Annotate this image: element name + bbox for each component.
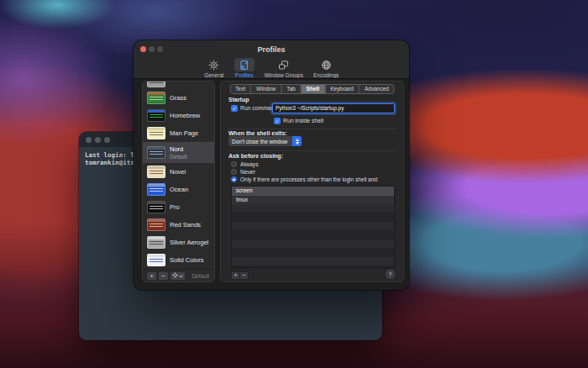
profile-thumbnail (147, 81, 165, 87)
toolbar-item-general[interactable]: General (204, 58, 224, 79)
profile-name: Red Sands (170, 221, 201, 229)
profile-row-grass[interactable]: Grass (143, 89, 214, 107)
dropdown-stepper-icon (292, 136, 302, 146)
profile-thumbnail (147, 201, 165, 213)
profiles-sidebar: Grass Homebrew Man Page Nord Default (142, 81, 215, 282)
profile-name: Homebrew (170, 112, 200, 119)
profile-row-homebrew[interactable]: Homebrew (143, 107, 214, 124)
toolbar-label: General (204, 72, 223, 78)
ask-before-closing-heading: Ask before closing: (228, 153, 283, 159)
profile-thumbnail (147, 166, 165, 178)
profile-row-red-sands[interactable]: Red Sands (143, 216, 214, 234)
globe-icon (320, 59, 333, 71)
profile-thumbnail (147, 92, 165, 104)
process-row-screen[interactable]: screen (232, 187, 394, 196)
tab-advanced[interactable]: Advanced (360, 85, 394, 93)
run-inside-shell-checkbox[interactable] (274, 118, 281, 124)
chevron-down-icon (179, 272, 183, 280)
toolbar-item-window-groups[interactable]: Window Groups (265, 58, 303, 79)
profile-row-pro[interactable]: Pro (143, 198, 214, 216)
zoom-button[interactable] (157, 46, 163, 52)
titlebar[interactable]: Profiles (134, 40, 409, 57)
tab-keyboard[interactable]: Keyboard (325, 85, 360, 93)
profile-thumbnail (147, 146, 165, 159)
window-groups-icon (277, 59, 290, 71)
shell-settings-panel: Text Window Tab Shell Keyboard Advanced … (220, 81, 404, 282)
desktop-wallpaper: Last login: Tutomrankin@itsw Profiles (0, 0, 588, 368)
remove-profile-button[interactable]: − (158, 271, 169, 281)
radio-only-if-processes-label: Only if there are processes other than t… (240, 176, 379, 182)
profile-thumbnail (147, 127, 165, 139)
shell-exits-heading: When the shell exits: (228, 130, 287, 136)
radio-never[interactable] (231, 169, 237, 175)
toolbar-item-profiles[interactable]: Profiles (234, 58, 255, 79)
gear-icon (207, 59, 220, 71)
process-list: screen tmux (231, 186, 395, 268)
profile-name: Man Page (170, 129, 198, 137)
default-badge: Default (170, 154, 187, 160)
tab-text[interactable]: Text (230, 85, 251, 93)
toolbar-label: Encodings (313, 72, 339, 78)
profile-name: Ocean (170, 186, 188, 193)
profile-name: Pro (170, 203, 180, 211)
profile-action-menu-button[interactable] (170, 271, 186, 281)
traffic-lights (140, 46, 163, 52)
close-button[interactable] (140, 46, 146, 52)
profile-name: Solid Colors (170, 256, 203, 264)
profile-thumbnail (147, 109, 165, 122)
profile-thumbnail (147, 218, 165, 231)
shell-exits-dropdown[interactable]: Don't close the window (228, 136, 302, 146)
profile-name: Silver Aerogel (170, 239, 208, 246)
profiles-icon (238, 59, 250, 71)
profile-name: Nord (170, 145, 187, 153)
radio-never-label: Never (240, 169, 255, 175)
help-button[interactable]: ? (386, 270, 395, 279)
toolbar-label: Profiles (235, 72, 254, 78)
startup-heading: Startup (228, 97, 249, 103)
remove-process-button[interactable]: − (239, 271, 249, 280)
preferences-content: Grass Homebrew Man Page Nord Default (134, 78, 409, 290)
run-inside-shell-label: Run inside shell (283, 118, 323, 124)
section-divider (228, 129, 396, 129)
run-command-input[interactable]: Python3 ~/Scripts/startup.py (272, 103, 395, 113)
add-profile-button[interactable]: + (146, 271, 157, 281)
profile-tab-bar: Text Window Tab Shell Keyboard Advanced (229, 84, 395, 94)
dropdown-selected-value: Don't close the window (228, 139, 292, 145)
gear-icon (172, 272, 178, 280)
profile-thumbnail (147, 254, 165, 266)
run-command-checkbox[interactable] (231, 105, 238, 112)
toolbar-label: Window Groups (265, 72, 303, 78)
profile-thumbnail (147, 183, 165, 196)
process-row-tmux[interactable]: tmux (232, 196, 394, 205)
profile-row-partial[interactable] (143, 81, 214, 89)
section-divider (228, 150, 396, 151)
profile-row-novel[interactable]: Novel (143, 163, 214, 181)
profile-row-solid-colors[interactable]: Solid Colors (143, 251, 214, 269)
profile-thumbnail (147, 236, 165, 249)
preferences-toolbar: General Profiles (134, 58, 409, 79)
terminal-zoom-button[interactable] (104, 137, 110, 143)
terminal-preferences-window: Profiles General (134, 40, 409, 290)
minimize-button[interactable] (149, 46, 155, 52)
toolbar-item-encodings[interactable]: Encodings (313, 58, 339, 79)
profile-row-silver-aerogel[interactable]: Silver Aerogel (143, 234, 214, 251)
radio-only-if-processes[interactable] (231, 176, 237, 182)
radio-always[interactable] (231, 161, 237, 167)
sidebar-footer: + − Default (143, 269, 214, 281)
profile-name: Novel (170, 168, 186, 176)
profile-row-nord-selected[interactable]: Nord Default (143, 142, 214, 163)
profile-row-man-page[interactable]: Man Page (143, 124, 214, 142)
tab-shell[interactable]: Shell (302, 85, 326, 93)
tab-window[interactable]: Window (251, 85, 281, 93)
set-default-button[interactable]: Default (192, 273, 211, 279)
tab-tab[interactable]: Tab (281, 85, 301, 93)
profile-row-ocean[interactable]: Ocean (143, 181, 214, 198)
radio-always-label: Always (240, 161, 259, 167)
window-title: Profiles (134, 40, 409, 59)
profile-name: Grass (170, 94, 186, 102)
terminal-minimize-button[interactable] (95, 137, 101, 143)
terminal-close-button[interactable] (86, 137, 92, 143)
